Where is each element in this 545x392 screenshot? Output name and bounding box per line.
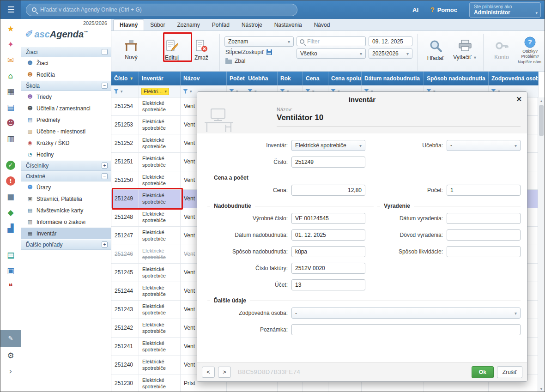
sposob-nadobudnutia-input[interactable] xyxy=(291,246,365,257)
scroll-down-icon[interactable]: ▼ xyxy=(538,386,545,392)
column-header-cena[interactable]: Cena xyxy=(303,72,328,85)
school-year-select[interactable]: 2025/2026▾ xyxy=(369,48,412,59)
collapse-icon[interactable]: − xyxy=(102,83,108,89)
cislo-faktury-input[interactable] xyxy=(291,263,365,274)
calendar-icon[interactable]: ▦ xyxy=(0,84,21,98)
scroll-up-icon[interactable]: ▲ xyxy=(538,97,545,104)
person-icon[interactable]: ☻ xyxy=(0,116,21,130)
agenda-pen-icon[interactable]: ✎ xyxy=(0,330,21,347)
ebook-icon[interactable]: ▤ xyxy=(0,100,21,114)
sidebar-item-triedy[interactable]: ☻Triedy xyxy=(21,91,111,103)
ucebna-select[interactable]: -▾ xyxy=(447,140,521,151)
sidebar-section-ostatne[interactable]: Ostatné− xyxy=(21,171,111,181)
check-circle-icon[interactable]: ✓ xyxy=(0,158,21,172)
columns-group-button[interactable]: Stĺpce/Zoskupiť xyxy=(224,49,294,55)
tab-navod[interactable]: Návod xyxy=(308,20,336,30)
vertical-scrollbar[interactable]: ▲ ▼ xyxy=(538,97,545,392)
ai-button[interactable]: AI xyxy=(412,6,418,13)
library-icon[interactable]: ▤ xyxy=(0,248,21,262)
column-header-cislo[interactable]: Číslo▼ xyxy=(111,72,139,85)
collapse-icon[interactable]: − xyxy=(102,173,108,179)
datum-vyradenia-input[interactable] xyxy=(447,213,521,224)
help-button[interactable]: ?Pomoc xyxy=(430,6,457,13)
scrollbar-thumb[interactable] xyxy=(539,105,544,136)
global-search-input[interactable] xyxy=(40,6,291,13)
filter-scope-select[interactable]: Všetko▾ xyxy=(297,48,366,59)
filter-input[interactable] xyxy=(307,38,363,45)
column-header-rok[interactable]: Rok xyxy=(278,72,303,85)
cislo-input[interactable] xyxy=(291,157,365,168)
contact-support-button[interactable]: ? Otázky? Problém? Napíšte nám. xyxy=(518,36,543,65)
ucet-input[interactable] xyxy=(291,279,365,290)
user-menu[interactable]: Ste prihlásený ako Administrátor ▾ xyxy=(469,2,541,18)
zodpovedna-osoba-select[interactable]: -▾ xyxy=(291,308,521,319)
sidebar-item-stravnici-platitelia[interactable]: ▣Stravníci, Platitelia xyxy=(21,193,111,205)
column-header-cena-spolu[interactable]: Cena spolu xyxy=(328,72,362,85)
sidebar-item-rodicia[interactable]: ☻Rodičia xyxy=(21,69,111,80)
tab-pohlad[interactable]: Pohľad xyxy=(206,20,236,30)
next-record-button[interactable]: > xyxy=(218,367,231,378)
datum-nadobudnutia-input[interactable] xyxy=(291,229,365,241)
delete-button[interactable]: Zmaž xyxy=(188,35,215,65)
edit-button[interactable]: Edituj xyxy=(158,35,185,65)
sidebar-item-ziaci[interactable]: ☻Žiaci xyxy=(21,57,111,69)
view-select[interactable]: Zoznam▾ xyxy=(224,36,294,47)
home-icon[interactable]: ⌂ xyxy=(0,69,21,83)
column-header-datum-nadobudnutia[interactable]: Dátum nadobudnutia xyxy=(362,72,424,85)
sidebar-section-dalsie-pohlady[interactable]: Ďalšie pohľady+ xyxy=(21,239,111,250)
alert-circle-icon[interactable]: ! xyxy=(0,174,21,188)
shield-icon[interactable]: ◆ xyxy=(0,205,21,219)
cancel-button[interactable]: Zrušiť xyxy=(497,366,522,378)
column-header-ucebna[interactable]: Učebňa xyxy=(245,72,278,85)
prev-record-button[interactable]: < xyxy=(202,367,215,378)
sidebar-item-kruzky-skd[interactable]: ◉Krúžky / ŠKD xyxy=(21,137,111,149)
sidebar-item-predmety[interactable]: ▤Predmety xyxy=(21,114,111,126)
hamburger-menu-icon[interactable]: ☰ xyxy=(0,0,21,19)
sidebar-section-ziaci[interactable]: Žiaci− xyxy=(21,47,111,57)
tab-hlavny[interactable]: Hlavný xyxy=(113,19,144,30)
date-box[interactable]: 09. 12. 2025 xyxy=(369,36,412,46)
new-button[interactable]: Nový xyxy=(118,35,145,65)
column-header-inventar[interactable]: Inventár xyxy=(139,72,181,85)
sidebar-item-hodiny[interactable]: ◔Hodiny xyxy=(21,149,111,160)
sidebar-item-urazy[interactable]: ☻Úrazy xyxy=(21,181,111,193)
active-filter-value[interactable]: Elektri…▾ xyxy=(141,88,169,95)
column-header-pocet[interactable]: Počet xyxy=(227,72,245,85)
tab-nastroje[interactable]: Nástroje xyxy=(236,20,268,30)
ok-button[interactable]: Ok xyxy=(472,366,494,378)
filter-cell-cislo[interactable]: ▾ xyxy=(111,85,139,97)
favorites-star-icon[interactable]: ★ xyxy=(0,22,21,36)
dovod-vyradenia-input[interactable] xyxy=(447,229,521,241)
inventar-select[interactable]: Elektrické spotrebiče▾ xyxy=(291,140,365,151)
messages-envelope-icon[interactable]: ✉ xyxy=(0,53,21,67)
sidebar-item-inventar[interactable]: ▦Inventár xyxy=(21,228,111,239)
expand-icon[interactable]: + xyxy=(102,163,108,169)
chart-icon[interactable]: ▟ xyxy=(0,221,21,235)
poznamka-input[interactable] xyxy=(291,324,521,335)
print-button[interactable]: Vytlačiť ▼ xyxy=(452,35,478,65)
sidebar-item-informacie-o-ziakovi[interactable]: ▥Informácie o žiakovi xyxy=(21,216,111,228)
column-header-zodpovedna-osoba[interactable]: Zodpovedná osoba xyxy=(489,72,539,85)
filter-box[interactable] xyxy=(297,36,366,46)
sposob-likvidacie-input[interactable] xyxy=(447,246,521,257)
collapse-button[interactable]: Zbal xyxy=(224,58,294,64)
documents-icon[interactable]: ▣ xyxy=(0,264,21,277)
tab-zoznamy[interactable]: Zoznamy xyxy=(171,20,206,30)
briefcase-icon[interactable]: ■ xyxy=(0,190,21,204)
filter-cell-inventar[interactable]: Elektri…▾ xyxy=(139,85,181,97)
account-button[interactable]: Konto xyxy=(488,35,515,65)
pocet-input[interactable] xyxy=(447,185,521,196)
cena-input[interactable] xyxy=(291,185,365,196)
global-search[interactable] xyxy=(26,4,297,16)
register-icon[interactable]: ▥ xyxy=(0,132,21,145)
sidebar-section-skola[interactable]: Škola− xyxy=(21,80,111,91)
tab-subor[interactable]: Súbor xyxy=(144,20,171,30)
expand-chevron-icon[interactable]: › xyxy=(0,364,21,378)
expand-icon[interactable]: + xyxy=(102,241,108,247)
sidebar-item-ucebne-miestnosti[interactable]: ▥Učebne - miestnosti xyxy=(21,126,111,137)
save-layout-icon[interactable] xyxy=(266,49,272,55)
vyrobne-cislo-input[interactable] xyxy=(291,213,365,224)
settings-gear-icon[interactable]: ⚙ xyxy=(0,349,21,362)
column-header-nazov[interactable]: Názov xyxy=(181,72,227,85)
tab-nastavenia[interactable]: Nastavenia xyxy=(268,20,308,30)
